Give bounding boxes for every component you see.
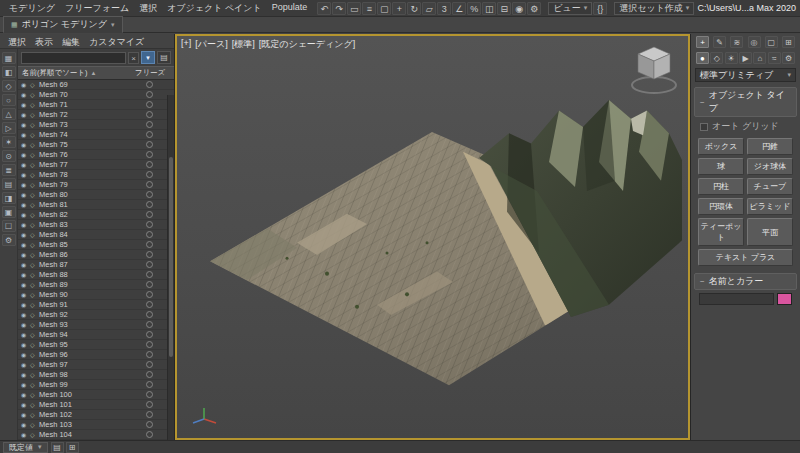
percent-snap-icon[interactable]: %	[467, 2, 481, 15]
angle-snap-icon[interactable]: ∠	[452, 2, 466, 15]
visibility-icon[interactable]: ◉	[21, 171, 30, 178]
mesh-name[interactable]: Mesh 83	[39, 220, 134, 229]
visibility-icon[interactable]: ◉	[21, 91, 30, 98]
list-item[interactable]: ◉ ◇ Mesh 101	[18, 400, 174, 410]
list-item[interactable]: ◉ ◇ Mesh 95	[18, 340, 174, 350]
primitive-button[interactable]: チューブ	[747, 178, 793, 195]
explorer-menu-item[interactable]: カスタマイズ	[89, 36, 144, 46]
mesh-name[interactable]: Mesh 103	[39, 420, 134, 429]
viewport-label-segment[interactable]: [+]	[181, 38, 191, 51]
spacewarps-category-icon[interactable]: ≈	[768, 52, 781, 64]
freeze-toggle[interactable]	[134, 221, 164, 228]
freeze-toggle[interactable]	[134, 331, 164, 338]
freeze-toggle[interactable]	[134, 261, 164, 268]
toolbar-menu-item[interactable]: フリーフォーム	[60, 1, 134, 16]
primitive-button[interactable]: 球	[698, 158, 744, 175]
create-selection-set-icon[interactable]: {}	[593, 2, 607, 15]
geometry-category-icon[interactable]: ●	[696, 52, 709, 64]
freeze-toggle[interactable]	[134, 421, 164, 428]
modify-tab-icon[interactable]: ✎	[713, 36, 726, 48]
search-input[interactable]	[21, 52, 126, 64]
visibility-icon[interactable]: ◉	[21, 241, 30, 248]
mesh-name[interactable]: Mesh 78	[39, 170, 134, 179]
viewport-label-segment[interactable]: [標準]	[232, 38, 255, 51]
primitive-button[interactable]: ピラミッド	[747, 198, 793, 215]
render-setup-icon[interactable]: ⚙	[527, 2, 541, 15]
mesh-name[interactable]: Mesh 70	[39, 90, 134, 99]
freeze-toggle[interactable]	[134, 411, 164, 418]
display-shapes-icon[interactable]: ◇	[2, 80, 16, 92]
display-bones-icon[interactable]: ⊙	[2, 150, 16, 162]
display-materials-icon[interactable]: ▤	[2, 178, 16, 190]
mesh-name[interactable]: Mesh 91	[39, 300, 134, 309]
freeze-toggle[interactable]	[134, 371, 164, 378]
viewport-label-segment[interactable]: [パース]	[195, 38, 227, 51]
workspace-preset-dropdown[interactable]: 既定値 ▾	[3, 442, 48, 453]
mesh-name[interactable]: Mesh 94	[39, 330, 134, 339]
clear-search-icon[interactable]: ×	[128, 52, 139, 64]
list-item[interactable]: ◉ ◇ Mesh 85	[18, 240, 174, 250]
display-groups-icon[interactable]: ▣	[2, 206, 16, 218]
display-cameras-icon[interactable]: △	[2, 108, 16, 120]
undo-icon[interactable]: ↶	[317, 2, 331, 15]
freeze-toggle[interactable]	[134, 391, 164, 398]
freeze-toggle[interactable]	[134, 231, 164, 238]
name-color-rollout-header[interactable]: − 名前とカラー	[694, 273, 797, 290]
display-containers-icon[interactable]: ≣	[2, 164, 16, 176]
visibility-icon[interactable]: ◉	[21, 271, 30, 278]
visibility-icon[interactable]: ◉	[21, 201, 30, 208]
list-item[interactable]: ◉ ◇ Mesh 92	[18, 310, 174, 320]
mesh-name[interactable]: Mesh 101	[39, 400, 134, 409]
visibility-icon[interactable]: ◉	[21, 391, 30, 398]
mesh-name[interactable]: Mesh 69	[39, 80, 134, 89]
visibility-icon[interactable]: ◉	[21, 81, 30, 88]
freeze-toggle[interactable]	[134, 101, 164, 108]
select-move-icon[interactable]: +	[392, 2, 406, 15]
freeze-toggle[interactable]	[134, 201, 164, 208]
object-type-rollout-header[interactable]: − オブジェクト タイプ	[694, 87, 797, 117]
select-rotate-icon[interactable]: ↻	[407, 2, 421, 15]
snap-toggle-icon[interactable]: 3	[437, 2, 451, 15]
visibility-icon[interactable]: ◉	[21, 341, 30, 348]
primitive-button[interactable]: テキスト プラス	[698, 249, 793, 266]
view-dropdown[interactable]: ビュー ▾	[548, 2, 592, 15]
list-item[interactable]: ◉ ◇ Mesh 69	[18, 80, 174, 90]
mesh-name[interactable]: Mesh 80	[39, 190, 134, 199]
visibility-icon[interactable]: ◉	[21, 121, 30, 128]
list-item[interactable]: ◉ ◇ Mesh 84	[18, 230, 174, 240]
list-item[interactable]: ◉ ◇ Mesh 93	[18, 320, 174, 330]
visibility-icon[interactable]: ◉	[21, 101, 30, 108]
freeze-toggle[interactable]	[134, 181, 164, 188]
viewport[interactable]: [+][パース][標準][既定のシェーディング]	[175, 34, 690, 440]
explorer-menu-item[interactable]: 編集	[62, 36, 80, 46]
list-item[interactable]: ◉ ◇ Mesh 74	[18, 130, 174, 140]
list-item[interactable]: ◉ ◇ Mesh 81	[18, 200, 174, 210]
visibility-icon[interactable]: ◉	[21, 251, 30, 258]
list-item[interactable]: ◉ ◇ Mesh 99	[18, 380, 174, 390]
explorer-menu-item[interactable]: 選択	[8, 36, 26, 46]
freeze-toggle[interactable]	[134, 191, 164, 198]
visibility-icon[interactable]: ◉	[21, 361, 30, 368]
mesh-name[interactable]: Mesh 79	[39, 180, 134, 189]
freeze-toggle[interactable]	[134, 311, 164, 318]
mesh-name[interactable]: Mesh 92	[39, 310, 134, 319]
select-scale-icon[interactable]: ▱	[422, 2, 436, 15]
explorer-scrollbar[interactable]	[167, 95, 174, 440]
freeze-toggle[interactable]	[134, 321, 164, 328]
lights-category-icon[interactable]: ☀	[725, 52, 738, 64]
list-item[interactable]: ◉ ◇ Mesh 90	[18, 290, 174, 300]
display-spacewarps-icon[interactable]: ✶	[2, 136, 16, 148]
object-name-field[interactable]	[699, 293, 774, 305]
freeze-toggle[interactable]	[134, 141, 164, 148]
list-item[interactable]: ◉ ◇ Mesh 103	[18, 420, 174, 430]
freeze-toggle[interactable]	[134, 81, 164, 88]
mesh-name[interactable]: Mesh 98	[39, 370, 134, 379]
visibility-icon[interactable]: ◉	[21, 311, 30, 318]
mesh-name[interactable]: Mesh 86	[39, 250, 134, 259]
mesh-name[interactable]: Mesh 104	[39, 430, 134, 439]
visibility-icon[interactable]: ◉	[21, 141, 30, 148]
mesh-name[interactable]: Mesh 89	[39, 280, 134, 289]
freeze-toggle[interactable]	[134, 131, 164, 138]
list-item[interactable]: ◉ ◇ Mesh 80	[18, 190, 174, 200]
primitive-button[interactable]: 円錐	[747, 138, 793, 155]
